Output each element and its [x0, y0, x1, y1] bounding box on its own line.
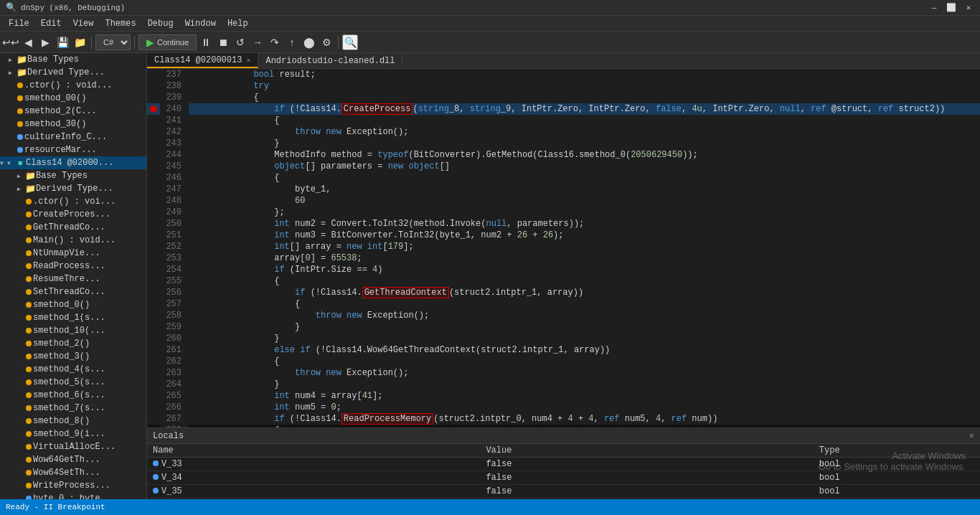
tb-restart[interactable]: ↩↩	[3, 34, 19, 50]
tab-class14[interactable]: Class14 @02000013 ✕	[147, 53, 258, 68]
continue-button[interactable]: ▶ Continue	[138, 34, 197, 50]
sidebar-item-wow64set[interactable]: Wow64SetTh...	[0, 466, 146, 479]
menu-debug[interactable]: Debug	[142, 17, 179, 30]
sidebar-item-smethod5[interactable]: smethod_5(s...	[0, 376, 146, 389]
sidebar-item-readprocess[interactable]: ReadProcess...	[0, 260, 146, 273]
app-icon: 🔍	[6, 2, 17, 13]
method-dot	[26, 444, 32, 450]
sidebar-item-byte0[interactable]: byte_0 : byte...	[0, 492, 146, 499]
sidebar-item-smethod3[interactable]: smethod_3()	[0, 350, 146, 363]
menu-edit[interactable]: Edit	[35, 17, 67, 30]
sidebar-item-ntunmapvie[interactable]: NtUnmapVie...	[0, 247, 146, 260]
code-line-239: 239 {	[147, 92, 980, 103]
code-line-245: 245 object[] parameters = new object[]	[147, 161, 980, 172]
tb-nav-back[interactable]: ◀	[20, 34, 36, 50]
sidebar-item-class14[interactable]: ▼ ▼ ◼ Class14 @02000...	[0, 156, 146, 169]
tb-search[interactable]: 🔍	[342, 34, 358, 50]
sidebar-item-smethod1[interactable]: smethod_1(s...	[0, 311, 146, 324]
continue-label: Continue	[157, 38, 189, 47]
sidebar-item-base-types-top[interactable]: ▶ 📁 Base Types	[0, 53, 146, 66]
minimize-button[interactable]: —	[928, 2, 940, 14]
sidebar-item-smethod6[interactable]: smethod_6(s...	[0, 389, 146, 402]
maximize-button[interactable]: ⬜	[946, 2, 957, 14]
sidebar-item-resourceman[interactable]: resourceMar...	[0, 143, 146, 156]
local-value-v33: false	[480, 458, 813, 471]
sidebar-item-smethod7[interactable]: smethod_7(s...	[0, 402, 146, 415]
method-dot	[26, 457, 32, 463]
sidebar-item-ctor-top[interactable]: .ctor() : void...	[0, 79, 146, 92]
sidebar-item-virtualalloc[interactable]: VirtualAllocE...	[0, 440, 146, 453]
code-line-238: 238 try	[147, 80, 980, 92]
method-dot	[17, 108, 23, 114]
sidebar-item-smethod02[interactable]: smethod_2(C...	[0, 105, 146, 118]
menubar: File Edit View Themes Debug Window Help	[0, 16, 980, 32]
code-line-237: 237 bool result;	[147, 69, 980, 80]
sidebar-item-getthreadco[interactable]: GetThreadCo...	[0, 221, 146, 234]
code-line-247: 247 byte_1,	[147, 184, 980, 195]
local-value-v34: false	[480, 471, 813, 485]
window-controls: — ⬜ ✕	[928, 2, 974, 14]
method-dot	[26, 418, 32, 424]
tb-stop[interactable]: ⏹	[215, 34, 231, 50]
tb-save[interactable]: 💾	[55, 34, 70, 50]
menu-help[interactable]: Help	[222, 17, 254, 30]
sidebar-item-smethod0[interactable]: smethod_0()	[0, 298, 146, 311]
code-line-251: 251 int num3 = BitConverter.ToInt32(byte…	[147, 230, 980, 241]
code-line-265: 265 int num4 = array[41];	[147, 390, 980, 402]
sidebar-item-wow64get[interactable]: Wow64GetTh...	[0, 453, 146, 466]
sidebar-item-smethod00[interactable]: smethod_00()	[0, 92, 146, 105]
breakpoint-dot	[150, 105, 157, 113]
menu-file[interactable]: File	[3, 17, 35, 30]
sidebar-item-setthreadco[interactable]: SetThreadCo...	[0, 285, 146, 298]
sidebar-item-smethod8[interactable]: smethod_8()	[0, 415, 146, 427]
sidebar-item-smethod03[interactable]: smethod_30()	[0, 118, 146, 131]
col-header-type: Type	[814, 444, 980, 458]
sidebar-item-writeprocess[interactable]: WriteProcess...	[0, 479, 146, 492]
sidebar-item-smethod9[interactable]: smethod_9(i...	[0, 427, 146, 440]
close-button[interactable]: ✕	[963, 2, 974, 14]
sidebar-item-resumethre[interactable]: ResumeThre...	[0, 273, 146, 285]
tab-close-class14[interactable]: ✕	[246, 56, 250, 65]
sidebar-item-cultureinfo[interactable]: cultureInfo_C...	[0, 131, 146, 143]
locals-close[interactable]: ✕	[969, 430, 974, 441]
language-select[interactable]: C# IL VB	[95, 34, 131, 50]
method-dot	[26, 341, 32, 346]
tb-breakpoint[interactable]: ⬤	[301, 34, 317, 50]
code-editor[interactable]: 237 bool result; 238 try 239 {	[147, 69, 980, 427]
code-line-249: 249 };	[147, 207, 980, 218]
menu-themes[interactable]: Themes	[99, 17, 141, 30]
tb-nav-fwd[interactable]: ▶	[37, 34, 53, 50]
code-line-252: 252 int[] array = new int[179];	[147, 241, 980, 252]
menu-view[interactable]: View	[67, 17, 100, 30]
sidebar: ▶ 📁 Base Types ▶ 📁 Derived Type... .ctor…	[0, 53, 147, 499]
menu-window[interactable]: Window	[179, 17, 222, 30]
tb-settings[interactable]: ⚙	[319, 34, 334, 50]
code-line-250: 250 int num2 = Convert.ToInt32(method.In…	[147, 218, 980, 230]
tb-step-into[interactable]: →	[250, 34, 265, 50]
code-line-262: 262 {	[147, 356, 980, 367]
sidebar-item-smethod10[interactable]: smethod_10(...	[0, 324, 146, 337]
sidebar-item-createprocess[interactable]: CreateProces...	[0, 208, 146, 221]
tab-dll[interactable]: Andriodstudio-cleaned.dll	[258, 53, 402, 68]
code-line-260: 260 }	[147, 333, 980, 344]
sidebar-item-smethod2[interactable]: smethod_2()	[0, 337, 146, 350]
sidebar-item-ctor[interactable]: .ctor() : voi...	[0, 195, 146, 208]
code-line-258: 258 throw new Exception();	[147, 310, 980, 321]
method-dot	[26, 379, 32, 385]
code-line-254: 254 if (IntPtr.Size == 4)	[147, 264, 980, 275]
tb-open[interactable]: 📁	[72, 34, 88, 50]
tb-pause[interactable]: ⏸	[198, 34, 214, 50]
sidebar-item-smethod4[interactable]: smethod_4(s...	[0, 363, 146, 376]
method-dot	[26, 431, 32, 437]
sidebar-item-main[interactable]: Main() : void...	[0, 234, 146, 247]
tb-step-over[interactable]: ↷	[267, 34, 283, 50]
sidebar-item-base-types[interactable]: ▶ 📁 Base Types	[0, 169, 146, 182]
sidebar-item-derived-types[interactable]: ▶ 📁 Derived Type...	[0, 182, 146, 195]
play-icon: ▶	[146, 37, 154, 48]
sidebar-item-derived-types-top[interactable]: ▶ 📁 Derived Type...	[0, 66, 146, 79]
main-area: ▶ 📁 Base Types ▶ 📁 Derived Type... .ctor…	[0, 53, 980, 499]
tb-restart2[interactable]: ↺	[232, 34, 248, 50]
method-dot	[26, 212, 32, 217]
code-line-244: 244 MethodInfo method = typeof(BitConver…	[147, 149, 980, 161]
tb-step-out[interactable]: ↑	[284, 34, 300, 50]
